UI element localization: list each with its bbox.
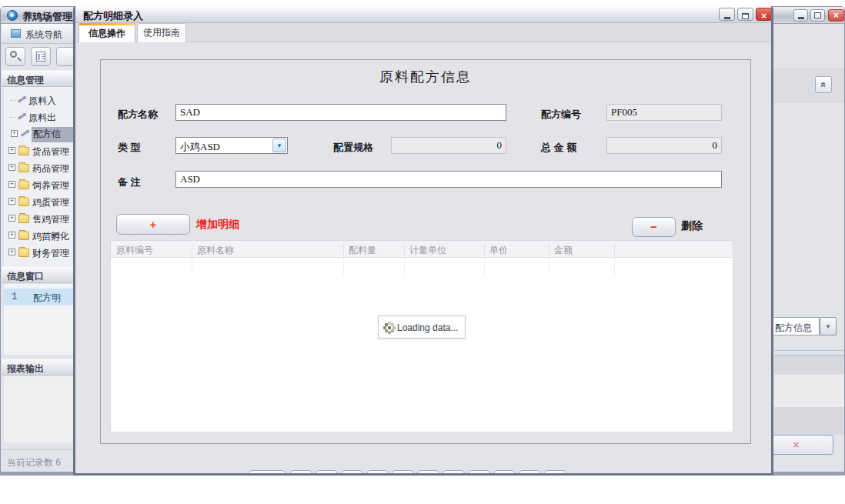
bottom-toolbar-button[interactable] [417,470,439,476]
statusbar: 当前记录数 6 [2,449,74,472]
close-icon: × [761,10,767,22]
expand-icon[interactable]: + [8,164,15,171]
folder-icon [18,249,29,257]
section-windows-label: 信息窗口 [7,270,44,283]
system-nav-header[interactable]: 系统导航 [2,24,74,44]
bottom-toolbar-button[interactable] [341,470,363,476]
column-divider [484,258,485,275]
type-select-value: 小鸡ASD [180,140,220,154]
column-divider [404,242,405,256]
loading-text: Loading data... [397,322,458,333]
minus-icon: − [650,220,657,233]
section-header-info[interactable]: 信息管理 [2,70,74,87]
folder-icon [18,147,29,155]
open-windows-list: 1 配方明 [4,284,74,355]
right-panel-row [774,407,845,435]
restore-icon [814,12,821,18]
bottom-toolbar-button[interactable] [392,470,414,476]
column-header-material-code[interactable]: 原料编号 [111,244,192,257]
section-header-reports[interactable]: 报表输出 [2,359,74,375]
column-divider [343,258,344,275]
maximize-icon [742,13,749,19]
section-info-label: 信息管理 [7,74,44,87]
loading-spinner-icon [388,326,391,329]
add-detail-button[interactable]: + [116,214,190,235]
dialog-minimize-button[interactable] [719,8,735,21]
bottom-toolbar-button[interactable] [519,470,541,476]
expand-icon[interactable]: + [8,232,15,239]
tree-item-sales[interactable]: + 售鸡管理 [4,210,74,227]
open-window-item[interactable]: 1 配方明 [4,289,74,305]
collapse-icon: « [816,82,831,87]
column-divider [343,242,344,256]
dialog-titlebar[interactable]: 配方明细录入 × [75,6,771,23]
dialog-maximize-button[interactable] [737,8,753,21]
column-header-unit-price[interactable]: 单价 [484,244,549,257]
bottom-toolbar-button[interactable] [493,470,516,476]
recipe-name-label: 配方名称 [118,108,158,122]
table-header-row: 原料编号 原料名称 配料量 计量单位 单价 金额 [111,241,733,258]
expand-icon[interactable]: + [11,130,18,137]
tree-item-hatching[interactable]: + 鸡苗孵化 [4,227,74,244]
plus-icon: + [150,218,157,231]
expand-icon[interactable]: + [8,147,15,154]
recipe-code-label: 配方编号 [541,108,581,122]
app-logo-icon [7,10,18,21]
bottom-toolbar-button[interactable] [468,470,490,476]
extra-tool-button[interactable] [56,47,74,66]
main-restore-button[interactable] [810,9,825,22]
form-view-button[interactable] [31,47,51,66]
tree-connector [10,100,16,101]
right-combo-box[interactable]: 配方信息 [772,317,820,335]
bottom-toolbar-button[interactable] [316,470,338,476]
form-view-icon [36,52,45,62]
combo-dropdown-button[interactable]: ▼ [820,317,837,335]
recipe-name-input[interactable]: SAD [175,104,506,121]
expand-icon[interactable]: + [8,198,15,205]
column-header-unit[interactable]: 计量单位 [404,244,484,257]
right-panel-header [774,68,845,102]
loading-indicator: Loading data... [378,315,466,339]
main-minimize-button[interactable] [793,9,808,22]
delete-detail-button[interactable]: − [632,217,676,237]
column-header-material-name[interactable]: 原料名称 [192,244,343,257]
tree-item-goods[interactable]: + 货品管理 [4,142,74,159]
column-divider [404,258,405,275]
expand-icon[interactable]: + [8,181,15,188]
tree-item-eggs[interactable]: + 鸡蛋管理 [4,193,74,210]
section-reports-label: 报表输出 [7,362,44,375]
delete-label: 删除 [681,219,703,233]
report-output-panel [4,376,74,442]
type-select[interactable]: 小鸡ASD ▼ [175,137,288,154]
tree-item-feeding[interactable]: + 饲养管理 [4,176,74,193]
column-header-quantity[interactable]: 配料量 [343,244,404,257]
column-header-amount[interactable]: 金额 [549,244,614,257]
bottom-toolbar-button[interactable] [366,470,389,476]
bottom-toolbar-button[interactable] [249,470,286,476]
tree-item-raw-in[interactable]: 原料入 [4,92,74,108]
chevron-down-icon[interactable]: ▼ [272,139,286,152]
section-header-windows[interactable]: 信息窗口 [2,266,74,283]
bottom-toolbar-button[interactable] [443,470,465,476]
tree-item-medicine[interactable]: + 药品管理 [4,159,74,176]
tab-info-operation[interactable]: 信息操作 [78,23,135,42]
tree-item-raw-out[interactable]: 原料出 [4,108,74,125]
search-button[interactable] [5,47,25,66]
collapse-panel-button[interactable]: « [815,76,832,93]
tree-item-finance[interactable]: + 财务管理 [4,244,74,261]
recipe-detail-dialog: 配方明细录入 × 信息操作 使用指南 原料配方信息 配方名称 SAD 配方编号 … [73,6,773,476]
spec-input: 0 [391,137,506,154]
dialog-close-button[interactable]: × [756,8,772,21]
dialog-title: 配方明细录入 [83,9,143,23]
folder-icon [18,232,29,240]
close-icon: × [833,10,839,21]
bottom-toolbar-button[interactable] [290,470,312,476]
tree-item-recipe-info[interactable]: + 配方信 [4,125,74,142]
screen: 养鸡场管理系 × 系统导航 信息管理 原料 [0,0,845,504]
bottom-toolbar-button[interactable] [544,470,566,476]
remark-input[interactable]: ASD [175,171,722,188]
expand-icon[interactable]: + [8,215,15,222]
main-close-button[interactable]: × [828,9,844,22]
tab-user-guide[interactable]: 使用指南 [137,23,186,42]
expand-icon[interactable]: + [8,249,15,255]
